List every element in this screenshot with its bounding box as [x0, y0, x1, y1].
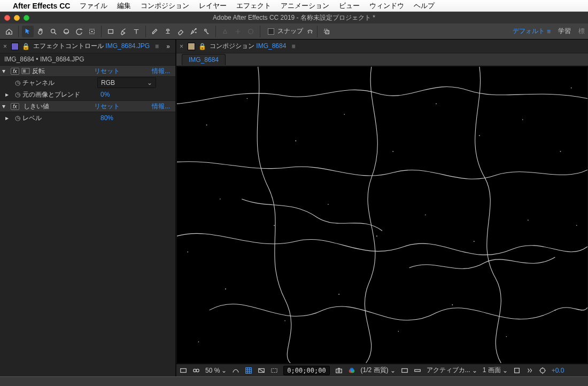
close-window-button[interactable] [4, 15, 10, 21]
resolution-toggle-icon[interactable] [232, 367, 239, 374]
fast-preview-menu-icon[interactable] [526, 367, 533, 374]
zoom-tool[interactable] [48, 26, 59, 37]
fast-preview-icon[interactable] [401, 367, 408, 374]
pan-behind-tool[interactable] [86, 26, 98, 37]
menu-view[interactable]: ビュー [339, 1, 360, 11]
snapshot-icon[interactable] [335, 367, 343, 374]
prop-blend-value[interactable]: 0% [100, 91, 110, 98]
menu-animation[interactable]: アニメーション [281, 1, 329, 11]
menu-help[interactable]: ヘルプ [414, 1, 435, 11]
zoom-dropdown[interactable]: 50 %⌄ [205, 367, 227, 374]
svg-rect-40 [181, 368, 187, 372]
stopwatch-icon[interactable]: ◷ [15, 114, 20, 122]
home-button[interactable] [3, 26, 15, 37]
exposure-value[interactable]: +0.0 [552, 367, 564, 374]
type-tool[interactable] [130, 26, 142, 37]
selection-tool[interactable] [22, 26, 34, 37]
svg-point-30 [284, 320, 285, 321]
maximize-window-button[interactable] [24, 15, 29, 21]
show-channel-icon[interactable] [348, 367, 355, 374]
comp-panel-tab[interactable]: コンポジション IMG_8684 [210, 42, 286, 51]
always-preview-icon[interactable] [180, 367, 187, 374]
view-layout-dropdown[interactable]: 1 画面⌄ [483, 366, 508, 375]
workspace-extra[interactable]: 標 [578, 27, 585, 36]
comp-footer-tab[interactable]: IMG_8684 [182, 54, 226, 65]
menu-effect[interactable]: エフェクト [236, 1, 271, 11]
menu-composition[interactable]: コンポジション [141, 1, 189, 11]
twirl-down-icon[interactable]: ▾ [2, 103, 9, 110]
rectangle-tool[interactable] [105, 26, 117, 37]
grid-toggle-icon[interactable] [245, 367, 252, 374]
region-of-interest-icon[interactable] [270, 367, 278, 374]
panel-expand-icon[interactable]: » [166, 43, 173, 50]
svg-point-13 [206, 124, 207, 125]
roto-brush-tool[interactable] [188, 26, 199, 37]
stopwatch-icon[interactable]: ◷ [15, 79, 20, 86]
workspace-learn[interactable]: 学習 [558, 27, 571, 36]
app-name[interactable]: After Effects CC [13, 2, 70, 10]
snap-toggle[interactable]: スナップ [268, 27, 314, 36]
composition-viewport[interactable] [176, 66, 588, 364]
prop-level-value[interactable]: 80% [100, 114, 113, 122]
layer-color-icon [11, 43, 19, 50]
panel-close-icon[interactable]: × [2, 43, 8, 50]
lock-icon[interactable]: 🔒 [198, 43, 206, 50]
svg-point-25 [376, 235, 377, 237]
world-axis-icon[interactable] [232, 26, 244, 37]
timeline-icon[interactable] [414, 367, 421, 374]
fx-badge-icon[interactable]: fx [11, 68, 19, 75]
fill-stroke-icon[interactable] [321, 26, 332, 37]
fx-threshold-header[interactable]: ▾ fx しきい値 リセット 情報... [0, 100, 175, 112]
orbit-tool[interactable] [60, 26, 72, 37]
fx-reset-link[interactable]: リセット [94, 102, 120, 111]
pixel-aspect-icon[interactable] [513, 367, 521, 374]
menu-edit[interactable]: 編集 [117, 1, 131, 11]
twirl-right-icon[interactable]: ▸ [5, 91, 12, 98]
twirl-down-icon[interactable]: ▾ [2, 67, 9, 75]
fx-info-link[interactable]: 情報... [152, 67, 170, 76]
exposure-reset-icon[interactable] [539, 367, 546, 374]
panel-menu-icon[interactable]: ≡ [291, 43, 295, 50]
snap-options-icon[interactable] [306, 28, 314, 35]
pen-tool[interactable] [118, 26, 129, 37]
workspace-default[interactable]: デフォルト≡ [513, 27, 551, 36]
toggle-transparency-icon[interactable] [258, 367, 265, 374]
effect-preset-icon[interactable] [21, 68, 30, 74]
rotation-tool[interactable] [73, 26, 85, 37]
fx-badge-icon[interactable]: fx [11, 103, 19, 110]
clone-stamp-tool[interactable] [162, 26, 174, 37]
fx-invert-channel-row: ◷ チャンネル RGB ⌄ [0, 77, 175, 89]
snap-checkbox[interactable] [268, 28, 274, 35]
panel-menu-icon[interactable]: ≡ [155, 43, 159, 50]
menu-file[interactable]: ファイル [80, 1, 107, 11]
viewer-bottom-bar: 50 %⌄ 0;00;00;00 (1/2 画質)⌄ アクティブカ...⌄ 1 … [176, 364, 588, 376]
svg-rect-43 [246, 367, 252, 373]
menu-layer[interactable]: レイヤー [199, 1, 227, 11]
fx-reset-link[interactable]: リセット [94, 67, 120, 76]
fx-invert-header[interactable]: ▾ fx 反転 リセット 情報... [0, 65, 175, 77]
main-area: × 🔒 エフェクトコントロール IMG_8684.JPG ≡ » IMG_868… [0, 40, 588, 376]
view-axis-icon[interactable] [245, 26, 257, 37]
toggle-mask-icon[interactable] [192, 367, 200, 374]
current-time[interactable]: 0;00;00;00 [283, 366, 329, 375]
svg-rect-53 [514, 368, 519, 373]
lock-icon[interactable]: 🔒 [22, 43, 30, 50]
hand-tool[interactable] [35, 26, 47, 37]
twirl-right-icon[interactable]: ▸ [5, 114, 12, 122]
svg-point-19 [479, 135, 480, 136]
local-axis-icon[interactable] [219, 26, 231, 37]
puppet-pin-tool[interactable] [200, 26, 212, 37]
effect-panel-tab[interactable]: エフェクトコントロール IMG_8684.JPG [33, 42, 150, 51]
comp-panel-tabs: × 🔒 コンポジション IMG_8684 ≡ [176, 40, 588, 53]
channel-dropdown[interactable]: RGB ⌄ [97, 77, 156, 88]
menu-window[interactable]: ウィンドウ [369, 1, 404, 11]
stopwatch-icon[interactable]: ◷ [15, 91, 20, 98]
minimize-window-button[interactable] [14, 15, 20, 21]
eraser-tool[interactable] [175, 26, 187, 37]
camera-dropdown[interactable]: アクティブカ...⌄ [427, 366, 477, 375]
quality-dropdown[interactable]: (1/2 画質)⌄ [361, 366, 396, 375]
fx-info-link[interactable]: 情報... [152, 102, 170, 111]
svg-point-23 [274, 225, 275, 226]
panel-close-icon[interactable]: × [179, 43, 184, 50]
brush-tool[interactable] [149, 26, 161, 37]
